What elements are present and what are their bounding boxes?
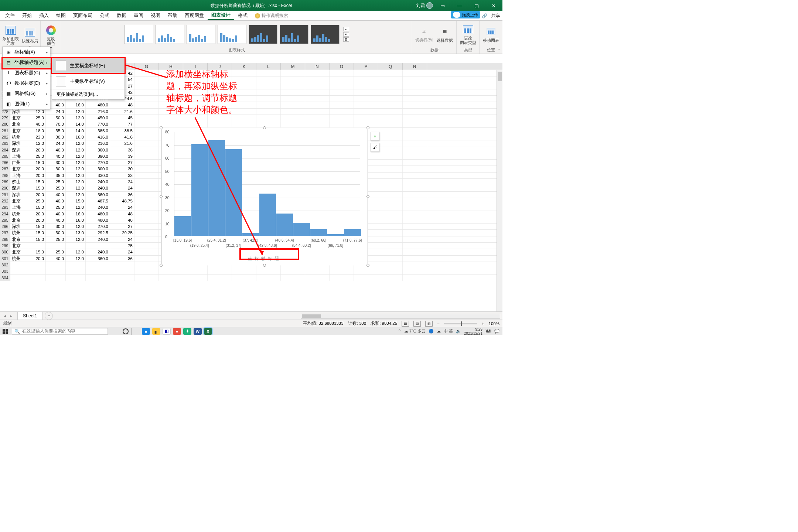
cell[interactable] <box>281 96 305 102</box>
cell[interactable] <box>134 211 159 217</box>
cell[interactable]: 41.6 <box>110 134 134 140</box>
cell[interactable]: 25.0 <box>46 179 66 185</box>
table-row[interactable]: 280北京40.070.014.0770.077 <box>0 121 502 127</box>
cell[interactable] <box>134 224 159 229</box>
cell[interactable] <box>403 153 427 159</box>
cell[interactable] <box>183 89 208 95</box>
cell[interactable] <box>134 96 159 102</box>
cell[interactable]: 40.0 <box>46 217 66 223</box>
cell[interactable] <box>378 83 403 89</box>
cell[interactable]: 48 <box>110 217 134 223</box>
cell[interactable] <box>28 262 46 268</box>
col-header[interactable]: K <box>232 63 256 70</box>
row-header[interactable]: 279 <box>0 115 10 121</box>
cell[interactable] <box>403 173 427 178</box>
cell[interactable] <box>305 109 330 115</box>
cell[interactable] <box>403 115 427 121</box>
menu-绘图[interactable]: 绘图 <box>52 11 69 20</box>
cell[interactable]: 40.0 <box>28 121 46 127</box>
cell[interactable] <box>134 89 159 95</box>
chart-element-item[interactable]: T图表标题(C)▸ <box>3 68 50 78</box>
cell[interactable] <box>232 89 256 95</box>
cell[interactable] <box>354 109 378 115</box>
cell[interactable]: 70.0 <box>46 121 66 127</box>
cell[interactable] <box>378 115 403 121</box>
cell[interactable] <box>403 134 427 140</box>
cell[interactable]: 20.0 <box>28 166 46 172</box>
cell[interactable] <box>330 76 354 82</box>
cell[interactable] <box>134 166 159 172</box>
cell[interactable] <box>134 236 159 242</box>
cell[interactable]: 216.0 <box>86 140 110 146</box>
cell[interactable] <box>46 243 66 249</box>
cell[interactable]: 12.0 <box>66 115 86 121</box>
cell[interactable]: 14.0 <box>66 121 86 127</box>
chart-bar[interactable] <box>276 214 293 236</box>
cell[interactable]: 上海 <box>10 173 28 178</box>
cell[interactable] <box>110 268 134 274</box>
col-header[interactable]: I <box>183 63 208 70</box>
cell[interactable] <box>134 76 159 82</box>
wechat-icon[interactable]: ✦ <box>183 328 191 335</box>
cell[interactable]: 40.0 <box>46 147 66 153</box>
row-header[interactable]: 300 <box>0 249 10 255</box>
cell[interactable] <box>232 83 256 89</box>
cell[interactable] <box>183 102 208 108</box>
cell[interactable]: 深圳 <box>10 147 28 153</box>
cell[interactable] <box>378 109 403 115</box>
resize-handle[interactable] <box>160 126 163 129</box>
chart-style-thumb[interactable] <box>125 25 153 44</box>
cell[interactable] <box>403 275 427 281</box>
cell[interactable]: 40.0 <box>46 256 66 262</box>
cell[interactable] <box>134 230 159 236</box>
menu-公式[interactable]: 公式 <box>96 11 113 20</box>
cell[interactable]: 40.0 <box>46 192 66 198</box>
cell[interactable] <box>232 102 256 108</box>
cell[interactable]: 12.0 <box>66 204 86 210</box>
cell[interactable] <box>208 83 232 89</box>
cell[interactable] <box>232 76 256 82</box>
cell[interactable] <box>378 224 403 229</box>
cell[interactable] <box>305 96 330 102</box>
cell[interactable] <box>46 268 66 274</box>
cell[interactable] <box>208 76 232 82</box>
cell[interactable] <box>281 115 305 121</box>
menu-插入[interactable]: 插入 <box>35 11 52 20</box>
cell[interactable] <box>208 121 232 127</box>
cell[interactable]: 77 <box>110 121 134 127</box>
cell[interactable]: 24 <box>110 236 134 242</box>
start-button[interactable] <box>0 327 10 335</box>
cell[interactable] <box>256 109 281 115</box>
cell[interactable] <box>281 109 305 115</box>
cell[interactable] <box>378 179 403 185</box>
menu-审阅[interactable]: 审阅 <box>130 11 147 20</box>
add-sheet-button[interactable]: + <box>45 312 53 320</box>
cell[interactable] <box>10 262 28 268</box>
cell[interactable]: 16.0 <box>66 134 86 140</box>
resize-handle[interactable] <box>160 195 163 198</box>
cell[interactable] <box>134 275 159 281</box>
cell[interactable] <box>378 192 403 198</box>
cell[interactable]: 40.0 <box>46 198 66 204</box>
cell[interactable]: 杭州 <box>10 230 28 236</box>
cell[interactable] <box>305 268 330 274</box>
cell[interactable] <box>354 121 378 127</box>
cell[interactable] <box>134 243 159 249</box>
cell[interactable] <box>134 128 159 134</box>
row-header[interactable]: 280 <box>0 121 10 127</box>
cell[interactable]: 240.0 <box>86 249 110 255</box>
cell[interactable]: 30.0 <box>46 160 66 166</box>
cell[interactable]: 24 <box>110 179 134 185</box>
cell[interactable] <box>403 102 427 108</box>
menu-帮助[interactable]: 帮助 <box>164 11 181 20</box>
chart-bar[interactable] <box>208 140 225 236</box>
cell[interactable] <box>354 89 378 95</box>
cell[interactable] <box>354 83 378 89</box>
cell[interactable] <box>134 134 159 140</box>
cell[interactable] <box>378 153 403 159</box>
chart-element-item[interactable]: 🏷数据标签(D)▸ <box>3 78 50 88</box>
cell[interactable]: 75 <box>110 243 134 249</box>
cell[interactable] <box>134 153 159 159</box>
col-header[interactable]: P <box>354 63 378 70</box>
cell[interactable] <box>183 76 208 82</box>
